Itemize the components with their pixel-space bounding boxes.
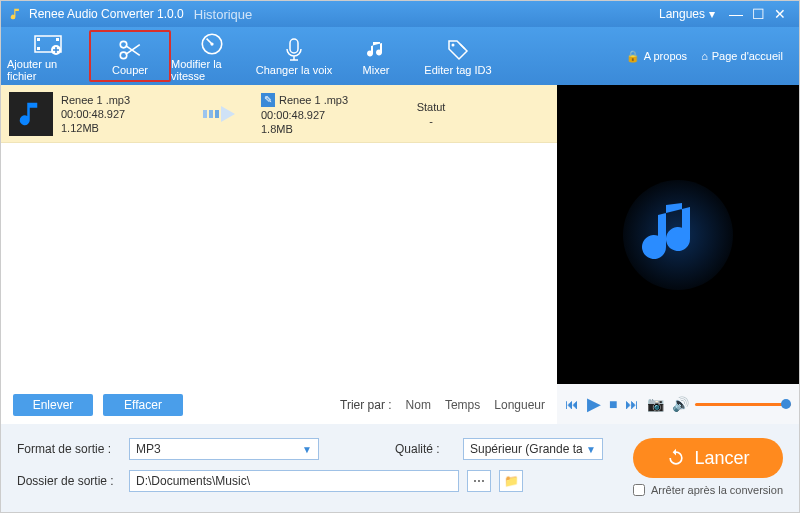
svg-point-7 <box>120 52 127 58</box>
cut-button[interactable]: Couper <box>89 30 171 82</box>
svg-point-11 <box>452 44 455 47</box>
svg-point-9 <box>210 42 213 45</box>
sort-time[interactable]: Temps <box>445 398 480 412</box>
cut-label: Couper <box>112 64 148 76</box>
home-icon: ⌂ <box>701 50 708 62</box>
src-filename: Renee 1 .mp3 <box>61 94 201 106</box>
minimize-button[interactable]: — <box>725 6 747 22</box>
mix-label: Mixer <box>363 64 390 76</box>
status-header: Statut <box>417 101 446 113</box>
languages-label: Langues <box>659 7 705 21</box>
src-duration: 00:00:48.927 <box>61 108 201 120</box>
svg-rect-12 <box>203 110 207 118</box>
stop-after-label: Arrêter après la conversion <box>651 484 783 496</box>
maximize-button[interactable]: ☐ <box>747 6 769 22</box>
languages-dropdown[interactable]: Langues ▾ <box>659 7 715 21</box>
voice-label: Changer la voix <box>256 64 332 76</box>
home-link[interactable]: ⌂ Page d'accueil <box>701 50 783 63</box>
player-controls: ⏮ ▶ ■ ⏭ 📷 🔊 <box>557 384 799 424</box>
refresh-icon <box>666 448 686 468</box>
list-actions: Enlever Effacer Trier par : Nom Temps Lo… <box>1 386 557 424</box>
remove-button[interactable]: Enlever <box>13 394 93 416</box>
sort-label: Trier par : <box>340 398 392 412</box>
lock-icon: 🔒 <box>626 50 640 63</box>
app-logo-icon <box>9 7 23 21</box>
dst-duration: 00:00:48.927 <box>261 109 401 121</box>
quality-select[interactable]: Supérieur (Grande ta ▼ <box>463 438 603 460</box>
format-select[interactable]: MP3 ▼ <box>129 438 319 460</box>
folder-label: Dossier de sortie : <box>17 474 121 488</box>
dst-size: 1.8MB <box>261 123 401 135</box>
launch-label: Lancer <box>694 448 749 469</box>
about-link[interactable]: 🔒 A propos <box>626 50 687 63</box>
status-value: - <box>429 115 433 127</box>
add-file-button[interactable]: Ajouter un fichier <box>7 30 89 82</box>
folder-value: D:\Documents\Music\ <box>136 474 250 488</box>
id3-button[interactable]: Editer tag ID3 <box>417 30 499 82</box>
snapshot-button[interactable]: 📷 <box>647 396 664 412</box>
tag-icon <box>446 36 470 64</box>
volume-icon[interactable]: 🔊 <box>672 396 689 412</box>
id3-label: Editer tag ID3 <box>424 64 491 76</box>
src-size: 1.12MB <box>61 122 201 134</box>
svg-rect-2 <box>37 47 40 50</box>
stop-after-checkbox[interactable] <box>633 484 645 496</box>
voice-button[interactable]: Changer la voix <box>253 30 335 82</box>
filmstrip-icon <box>34 30 62 58</box>
sort-name[interactable]: Nom <box>406 398 431 412</box>
about-label: A propos <box>644 50 687 62</box>
folder-input[interactable]: D:\Documents\Music\ <box>129 470 459 492</box>
mix-button[interactable]: Mixer <box>335 30 417 82</box>
prev-button[interactable]: ⏮ <box>565 396 579 412</box>
dst-filename: Renee 1 .mp3 <box>279 94 348 106</box>
scissors-icon <box>117 36 143 64</box>
play-button[interactable]: ▶ <box>587 393 601 415</box>
history-link[interactable]: Historique <box>194 7 253 22</box>
music-preview-icon <box>618 175 738 295</box>
stop-button[interactable]: ■ <box>609 396 617 412</box>
format-label: Format de sortie : <box>17 442 121 456</box>
file-row[interactable]: Renee 1 .mp3 00:00:48.927 1.12MB ✎ Renee… <box>1 85 557 143</box>
preview-panel <box>557 85 799 384</box>
app-title: Renee Audio Converter 1.0.0 <box>29 7 184 21</box>
speed-label: Modifier la vitesse <box>171 58 253 82</box>
titlebar: Renee Audio Converter 1.0.0 Historique L… <box>1 1 799 27</box>
add-file-label: Ajouter un fichier <box>7 58 89 82</box>
sort-length[interactable]: Longueur <box>494 398 545 412</box>
gauge-icon <box>199 30 225 58</box>
toolbar: Ajouter un fichier Couper Modifier la vi… <box>1 27 799 85</box>
close-button[interactable]: ✕ <box>769 6 791 22</box>
next-button[interactable]: ⏭ <box>625 396 639 412</box>
svg-rect-3 <box>56 38 59 41</box>
svg-point-6 <box>120 41 127 48</box>
chevron-down-icon: ▼ <box>302 444 312 455</box>
home-label: Page d'accueil <box>712 50 783 62</box>
format-value: MP3 <box>136 442 161 456</box>
quality-value: Supérieur (Grande ta <box>470 442 583 456</box>
edit-icon[interactable]: ✎ <box>261 93 275 107</box>
quality-label: Qualité : <box>395 442 455 456</box>
chevron-down-icon: ▾ <box>709 7 715 21</box>
speed-button[interactable]: Modifier la vitesse <box>171 30 253 82</box>
clear-button[interactable]: Effacer <box>103 394 183 416</box>
volume-slider[interactable] <box>695 403 791 406</box>
file-thumbnail <box>9 92 53 136</box>
file-list: Renee 1 .mp3 00:00:48.927 1.12MB ✎ Renee… <box>1 85 557 386</box>
music-note-icon <box>364 36 388 64</box>
svg-rect-1 <box>37 38 40 41</box>
arrow-icon <box>201 104 261 124</box>
microphone-icon <box>284 36 304 64</box>
browse-button[interactable]: ⋯ <box>467 470 491 492</box>
launch-button[interactable]: Lancer <box>633 438 783 478</box>
footer-panel: Format de sortie : MP3 ▼ Qualité : Supér… <box>1 424 799 512</box>
chevron-down-icon: ▼ <box>586 444 596 455</box>
svg-rect-14 <box>215 110 219 118</box>
open-folder-button[interactable]: 📁 <box>499 470 523 492</box>
svg-rect-10 <box>290 39 298 53</box>
svg-rect-13 <box>209 110 213 118</box>
